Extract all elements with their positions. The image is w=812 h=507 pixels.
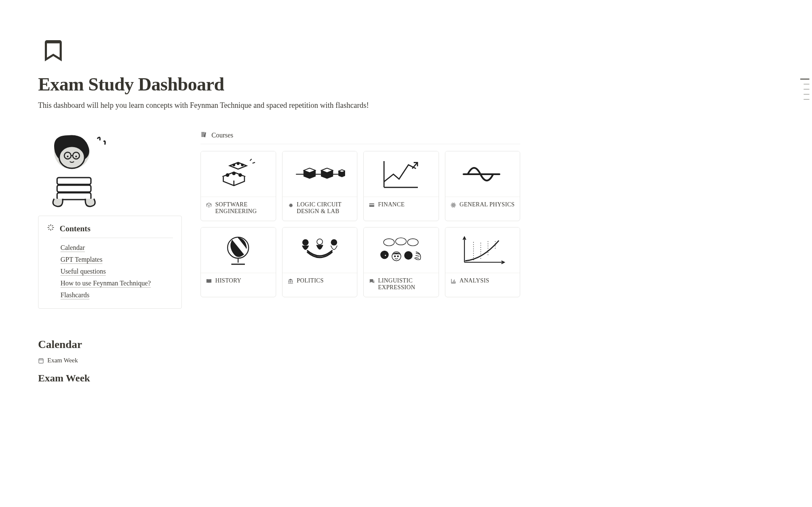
svg-point-6 <box>75 156 77 157</box>
course-card-politics[interactable]: POLITICS <box>282 227 358 297</box>
card-icon <box>369 202 375 208</box>
course-card-linguistic[interactable]: LINGUISTIC EXPRESSION <box>363 227 439 297</box>
svg-point-51 <box>395 255 396 257</box>
svg-rect-33 <box>369 204 374 205</box>
svg-point-44 <box>331 239 337 245</box>
svg-line-17 <box>52 225 53 226</box>
page-subtitle: This dashboard will help you learn conce… <box>38 101 520 110</box>
svg-point-49 <box>384 254 386 256</box>
page-title: Exam Study Dashboard <box>38 74 520 95</box>
card-illustration <box>364 227 439 273</box>
card-label-text: ANALYSIS <box>460 277 489 284</box>
svg-point-1 <box>59 146 85 168</box>
svg-point-46 <box>396 238 406 245</box>
library-icon <box>200 131 207 140</box>
card-illustration <box>364 151 439 197</box>
course-card-history[interactable]: HISTORY <box>200 227 276 297</box>
svg-rect-63 <box>39 359 44 363</box>
svg-point-43 <box>317 239 323 245</box>
card-label-text: GENERAL PHYSICS <box>460 201 515 208</box>
card-label-text: HISTORY <box>215 277 241 284</box>
card-illustration <box>283 151 357 197</box>
svg-line-14 <box>49 225 49 226</box>
card-illustration <box>445 151 520 197</box>
card-label-text: SOFTWARE ENGINEERING <box>215 201 271 215</box>
contents-box: Contents Calendar GPT Templates Useful q… <box>38 216 182 309</box>
study-illustration <box>42 131 118 211</box>
svg-point-20 <box>239 174 241 176</box>
svg-point-53 <box>405 251 412 259</box>
svg-point-35 <box>453 205 453 206</box>
svg-rect-7 <box>57 178 91 184</box>
card-label-text: LOGIC CIRCUIT DESIGN & LAB <box>297 201 352 215</box>
chart-icon <box>450 278 456 284</box>
page-outline-indicator[interactable] <box>800 79 809 100</box>
svg-point-22 <box>237 163 239 164</box>
svg-rect-9 <box>57 193 91 200</box>
calendar-icon <box>38 358 44 364</box>
card-label-text: FINANCE <box>378 201 405 208</box>
svg-point-5 <box>67 156 69 157</box>
contents-link[interactable]: Calendar <box>60 244 85 252</box>
gear-icon <box>288 202 294 208</box>
svg-line-15 <box>52 229 53 230</box>
svg-point-21 <box>233 164 235 166</box>
contents-heading: Contents <box>60 224 91 233</box>
svg-point-18 <box>226 174 229 176</box>
course-card-finance[interactable]: FINANCE <box>363 151 439 221</box>
contents-link[interactable]: GPT Templates <box>60 256 102 263</box>
atom-icon <box>450 202 456 208</box>
course-card-software-engineering[interactable]: SOFTWARE ENGINEERING <box>200 151 276 221</box>
card-illustration <box>201 151 276 197</box>
courses-header[interactable]: Courses <box>200 131 520 144</box>
svg-point-23 <box>241 164 243 166</box>
book-open-icon <box>206 278 212 284</box>
contents-link[interactable]: How to use Feynman Technique? <box>60 280 151 287</box>
card-label-text: POLITICS <box>297 277 324 284</box>
svg-line-25 <box>252 162 255 163</box>
exam-week-tab-label: Exam Week <box>47 357 78 364</box>
course-card-analysis[interactable]: ANALYSIS <box>445 227 521 297</box>
svg-rect-8 <box>57 185 91 192</box>
contents-link[interactable]: Flashcards <box>60 291 89 299</box>
card-illustration <box>201 227 276 273</box>
cube-icon <box>206 202 212 208</box>
exam-week-title: Exam Week <box>38 373 520 384</box>
svg-point-45 <box>384 238 394 246</box>
card-illustration <box>283 227 357 273</box>
svg-point-47 <box>408 238 418 246</box>
svg-point-52 <box>398 255 399 257</box>
sparkle-icon <box>47 224 55 233</box>
card-illustration <box>445 227 520 273</box>
course-card-general-physics[interactable]: GENERAL PHYSICS <box>445 151 521 221</box>
calendar-heading: Calendar <box>38 338 520 351</box>
svg-line-24 <box>250 159 252 161</box>
svg-line-16 <box>49 229 49 230</box>
svg-point-19 <box>233 172 235 175</box>
courses-heading-label: Courses <box>211 132 233 139</box>
chat-icon <box>369 278 375 284</box>
svg-point-42 <box>302 239 308 245</box>
bookmark-icon <box>41 38 520 65</box>
card-label-text: LINGUISTIC EXPRESSION <box>378 277 433 291</box>
exam-week-tab[interactable]: Exam Week <box>38 357 520 364</box>
contents-link[interactable]: Useful questions <box>60 268 106 275</box>
course-card-logic-circuit[interactable]: LOGIC CIRCUIT DESIGN & LAB <box>282 151 358 221</box>
institution-icon <box>288 278 294 284</box>
